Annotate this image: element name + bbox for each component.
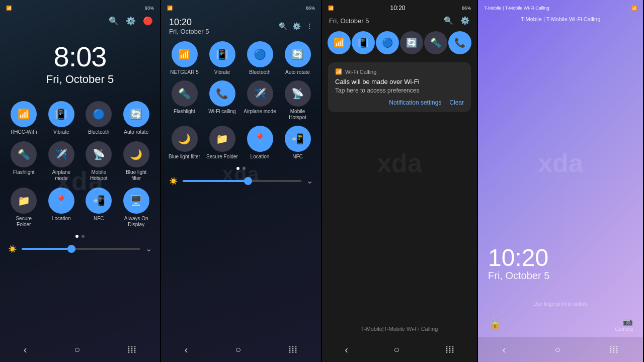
tile-label-bluelight-2: Blue light filter: [169, 154, 200, 160]
tile-wifi-2[interactable]: 📶 NETGEAR 5: [168, 41, 201, 75]
brightness-chevron-2[interactable]: ⌄: [306, 176, 313, 186]
tile-icon-hotspot-2: 📡: [285, 80, 311, 107]
tile-nfc-1[interactable]: 📲 NFC: [83, 188, 115, 228]
battery-4: 📶: [631, 6, 637, 11]
search-icon-2[interactable]: 🔍: [279, 22, 287, 30]
notif-clear-btn-3[interactable]: Clear: [449, 99, 464, 106]
top-tile-mute-3[interactable]: 📳: [352, 31, 375, 54]
tile-icon-hotspot-1: 📡: [86, 141, 112, 167]
recents-btn-3[interactable]: ⁞⁞⁞: [445, 343, 454, 355]
tile-icon-bluetooth-2: 🔵: [247, 41, 273, 67]
search-icon-1[interactable]: 🔍: [109, 16, 119, 26]
status-left-3: 📶: [328, 6, 334, 11]
p4-clock: 10:20 Fri, October 5: [488, 246, 549, 282]
top-tile-bluetooth-3[interactable]: 🔵: [376, 31, 399, 54]
tile-vibrate-1[interactable]: 📳 Vibrate: [46, 101, 77, 135]
tile-rotate-2[interactable]: 🔄 Auto rotate: [281, 41, 314, 75]
battery-2: 66%: [306, 6, 315, 11]
tile-folder-1[interactable]: 📁 Secure Folder: [8, 188, 40, 228]
tile-airplane-2[interactable]: ✈️ Airplane mode: [244, 80, 276, 121]
brightness-icon-1: ☀️: [8, 245, 17, 253]
tile-label-aod-1: Always On Display: [121, 216, 152, 228]
tile-icon-airplane-1: ✈️: [48, 141, 74, 167]
signal-icon-3: 📶: [328, 6, 334, 11]
recents-btn-4[interactable]: ⁞⁞⁞: [609, 343, 618, 355]
p4-status-title: T-Mobile | T-Mobile Wi-Fi Calling: [478, 14, 643, 24]
tile-label-folder-2: Secure Folder: [206, 154, 238, 160]
settings-icon-3[interactable]: ⚙️: [460, 16, 470, 25]
tile-folder-2[interactable]: 📁 Secure Folder: [206, 126, 238, 160]
status-right-3: 66%: [462, 6, 471, 11]
home-btn-3[interactable]: ○: [393, 344, 399, 355]
tile-icon-wifi-1: 📶: [11, 101, 37, 127]
status-bar-4: T-Mobile | T-Mobile Wi-Fi Calling 📶: [478, 0, 643, 14]
status-right-2: 66%: [306, 6, 315, 11]
brightness-thumb-1[interactable]: [67, 245, 75, 253]
notif-title-3: Calls will be made over Wi-Fi: [335, 78, 464, 85]
bottom-nav-1: ‹ ○ ⁞⁞⁞: [0, 337, 160, 362]
back-btn-3[interactable]: ‹: [345, 344, 348, 355]
tile-vibrate-2[interactable]: 📳 Vibrate: [206, 41, 238, 75]
tile-icon-vibrate-2: 📳: [209, 41, 235, 67]
tile-label-nfc-2: NFC: [292, 154, 303, 160]
camera-label-4: Camera: [615, 326, 633, 332]
brightness-track-1[interactable]: [22, 248, 140, 250]
brightness-thumb-2[interactable]: [244, 177, 252, 185]
more-icon-2[interactable]: ⋮: [306, 22, 313, 30]
notification-card-3[interactable]: 📶 Wi-Fi Calling Calls will be made over …: [328, 62, 471, 112]
brightness-chevron-1[interactable]: ⌄: [145, 244, 152, 253]
recents-btn-2[interactable]: ⁞⁞⁞: [288, 343, 297, 355]
panel-quicksettings: 📶 66% 10:20 Fri, October 5 🔍 ⚙️ ⋮ 📶 NETG…: [161, 0, 322, 362]
camera-icon-4[interactable]: 📷: [615, 317, 633, 326]
qs-header-2: 10:20 Fri, October 5 🔍 ⚙️ ⋮: [161, 14, 321, 38]
top-tile-flashlight-3[interactable]: 🔦: [424, 31, 447, 54]
tile-bluelight-1[interactable]: 🌙 Blue light filter: [121, 141, 152, 182]
notif-wifi-icon-3: 📶: [335, 68, 342, 75]
tile-location-1[interactable]: 📍 Location: [46, 188, 77, 228]
home-btn-1[interactable]: ○: [74, 344, 80, 355]
tile-icon-location-1: 📍: [48, 188, 74, 214]
tile-label-flashlight-2: Flashlight: [174, 109, 195, 115]
tile-icon-nfc-1: 📲: [86, 188, 112, 214]
tile-icon-folder-2: 📁: [209, 126, 235, 152]
top-tile-wifi-3[interactable]: 📶: [328, 31, 351, 54]
notif-body-3: Tap here to access preferences: [335, 87, 464, 94]
recents-btn-1[interactable]: ⁞⁞⁞: [127, 343, 136, 355]
tile-airplane-1[interactable]: ✈️ Airplane mode: [46, 141, 77, 182]
tile-label-bluelight-1: Blue light filter: [121, 169, 152, 182]
back-btn-2[interactable]: ‹: [185, 344, 188, 355]
back-btn-4[interactable]: ‹: [503, 344, 506, 355]
back-btn-1[interactable]: ‹: [24, 344, 27, 355]
bottom-nav-4: ‹ ○ ⁞⁞⁞: [478, 337, 643, 362]
tile-flashlight-2[interactable]: 🔦 Flashlight: [168, 80, 201, 121]
settings-icon-1[interactable]: ⚙️: [126, 16, 136, 26]
clock-date-1: Fri, October 5: [0, 73, 160, 86]
tile-icon-rotate-1: 🔄: [123, 101, 149, 127]
tile-nfc-2[interactable]: 📲 NFC: [281, 126, 314, 160]
home-btn-4[interactable]: ○: [554, 344, 560, 355]
tile-flashlight-1[interactable]: 🔦 Flashlight: [8, 141, 40, 182]
qs-time-3: 10:20: [390, 5, 405, 12]
notif-header-3: 📶 Wi-Fi Calling: [335, 68, 464, 75]
search-icon-3[interactable]: 🔍: [444, 16, 453, 25]
settings-icon-2[interactable]: ⚙️: [292, 22, 301, 30]
tile-hotspot-2[interactable]: 📡 Mobile Hotspot: [281, 80, 314, 121]
tile-wifi-1[interactable]: 📶 RHCC-WiFi: [8, 101, 40, 135]
tile-wificall-2[interactable]: 📞 Wi-Fi calling: [206, 80, 238, 121]
tile-aod-1[interactable]: 🖥️ Always On Display: [121, 188, 152, 228]
home-btn-2[interactable]: ○: [235, 344, 241, 355]
tile-bluelight-2[interactable]: 🌙 Blue light filter: [168, 126, 201, 160]
signal-icon-2: 📶: [167, 6, 173, 11]
brightness-fill-1: [22, 248, 71, 250]
tile-rotate-1[interactable]: 🔄 Auto rotate: [121, 101, 152, 135]
notif-settings-btn-3[interactable]: Notification settings: [389, 99, 441, 106]
tile-bluetooth-2[interactable]: 🔵 Bluetooth: [244, 41, 276, 75]
tile-bluetooth-1[interactable]: 🔵 Bluetooth: [83, 101, 115, 135]
notification-icon-1[interactable]: 🔴: [143, 16, 153, 26]
top-tile-wificall-3[interactable]: 📞: [448, 31, 471, 54]
status-left-4: T-Mobile | T-Mobile Wi-Fi Calling: [484, 6, 549, 11]
tile-location-2[interactable]: 📍 Location: [244, 126, 276, 160]
brightness-track-2[interactable]: [183, 180, 301, 182]
tile-hotspot-1[interactable]: 📡 Mobile Hotspot: [83, 141, 115, 182]
top-tile-rotate-3[interactable]: 🔄: [400, 31, 423, 54]
